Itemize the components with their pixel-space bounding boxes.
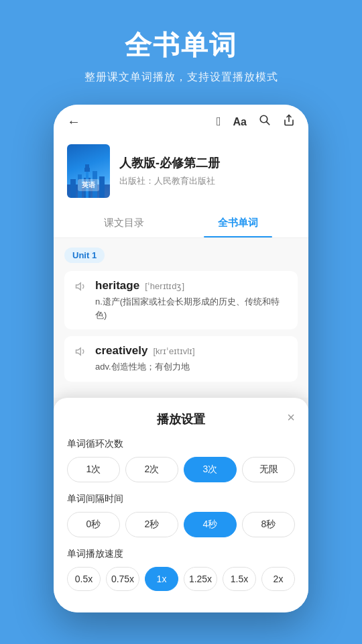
close-button[interactable]: × (287, 410, 295, 425)
main-title: 全书单词 (13, 27, 349, 64)
word-content-creatively: creatively [krɪˈeɪtɪvlɪ] adv.创造性地；有创力地 (95, 344, 195, 374)
speed-2x-btn[interactable]: 2x (261, 567, 295, 591)
svg-rect-11 (85, 164, 89, 168)
interval-section: 单词间隔时间 0秒 2秒 4秒 8秒 (67, 493, 295, 537)
bottom-sheet: 播放设置 × 单词循环次数 1次 2次 3次 无限 单词间隔时间 0秒 2秒 4… (54, 398, 308, 612)
word-def-1: n.遗产(指国家或社会长期形成的历史、传统和特色) (95, 295, 287, 321)
speed-1x-btn[interactable]: 1x (145, 567, 178, 591)
phone-topbar: ←  Aa (54, 105, 308, 136)
speaker-icon-1[interactable] (75, 280, 87, 296)
interval-0s-btn[interactable]: 0秒 (67, 512, 120, 537)
word-content-heritage: heritage [ˈherɪtɪdʒ] n.遗产(指国家或社会长期形成的历史、… (95, 279, 287, 321)
interval-options: 0秒 2秒 4秒 8秒 (67, 512, 295, 537)
bookmark-icon[interactable]:  (217, 115, 221, 129)
book-cover-label: 英语 (78, 179, 99, 191)
back-icon[interactable]: ← (67, 114, 80, 129)
interval-2s-btn[interactable]: 2秒 (125, 512, 178, 537)
content-area: Unit 1 heritage [ˈherɪtɪdʒ] n.遗产(指国家或社会长… (54, 238, 308, 398)
speed-1-25x-btn[interactable]: 1.25x (184, 567, 217, 591)
top-section: 全书单词 整册课文单词播放，支持设置播放模式 (0, 0, 362, 105)
speed-0-75x-btn[interactable]: 0.75x (106, 567, 139, 591)
font-size-icon[interactable]: Aa (233, 116, 247, 128)
speaker-icon-2[interactable] (75, 345, 87, 361)
book-header: 英语 人教版-必修第二册 出版社：人民教育出版社 (54, 136, 308, 209)
sheet-title: 播放设置 (157, 411, 205, 427)
loop-count-section: 单词循环次数 1次 2次 3次 无限 (67, 438, 295, 482)
subtitle: 整册课文单词播放，支持设置播放模式 (13, 70, 349, 85)
word-english-1: heritage (95, 279, 139, 292)
loop-2x-btn[interactable]: 2次 (125, 457, 178, 482)
svg-marker-12 (76, 283, 81, 290)
word-line-1: heritage [ˈherɪtɪdʒ] (95, 279, 287, 292)
sheet-header: 播放设置 × (67, 411, 295, 427)
svg-marker-13 (76, 348, 81, 356)
phone-mockup: ←  Aa (54, 105, 308, 612)
word-english-2: creatively (95, 344, 147, 358)
book-title: 人教版-必修第二册 (119, 155, 295, 171)
interval-8s-btn[interactable]: 8秒 (242, 512, 295, 537)
svg-line-1 (267, 122, 269, 125)
speed-section: 单词播放速度 0.5x 0.75x 1x 1.25x 1.5x 2x (67, 548, 295, 591)
tabs: 课文目录 全书单词 (54, 209, 308, 238)
word-def-2: adv.创造性地；有创力地 (95, 360, 195, 374)
loop-3x-btn[interactable]: 3次 (184, 457, 237, 482)
loop-unlimited-btn[interactable]: 无限 (242, 457, 295, 482)
book-cover: 英语 (67, 144, 110, 198)
word-phonetic-2: [krɪˈeɪtɪvlɪ] (153, 346, 194, 356)
speed-label: 单词播放速度 (67, 548, 295, 560)
tab-contents[interactable]: 课文目录 (67, 209, 181, 237)
book-info: 人教版-必修第二册 出版社：人民教育出版社 (119, 155, 295, 187)
svg-rect-8 (99, 176, 105, 198)
tab-vocabulary[interactable]: 全书单词 (181, 209, 295, 237)
loop-1x-btn[interactable]: 1次 (67, 457, 120, 482)
interval-4s-btn[interactable]: 4秒 (184, 512, 237, 537)
unit-badge: Unit 1 (64, 248, 105, 263)
share-icon[interactable] (283, 114, 295, 129)
speed-1-5x-btn[interactable]: 1.5x (223, 567, 256, 591)
loop-count-options: 1次 2次 3次 无限 (67, 457, 295, 482)
book-publisher: 出版社：人民教育出版社 (119, 175, 295, 187)
loop-count-label: 单词循环次数 (67, 438, 295, 450)
word-phonetic-1: [ˈherɪtɪdʒ] (145, 281, 184, 291)
word-line-2: creatively [krɪˈeɪtɪvlɪ] (95, 344, 195, 358)
topbar-left: ← (67, 114, 80, 129)
topbar-icons:  Aa (217, 114, 295, 129)
word-item-creatively: creatively [krɪˈeɪtɪvlɪ] adv.创造性地；有创力地 (64, 336, 298, 382)
word-item-heritage: heritage [ˈherɪtɪdʒ] n.遗产(指国家或社会长期形成的历史、… (64, 271, 298, 329)
svg-rect-4 (70, 179, 76, 198)
search-icon[interactable] (259, 114, 271, 129)
interval-label: 单词间隔时间 (67, 493, 295, 505)
speed-0-5x-btn[interactable]: 0.5x (67, 567, 101, 591)
speed-options: 0.5x 0.75x 1x 1.25x 1.5x 2x (67, 567, 295, 591)
